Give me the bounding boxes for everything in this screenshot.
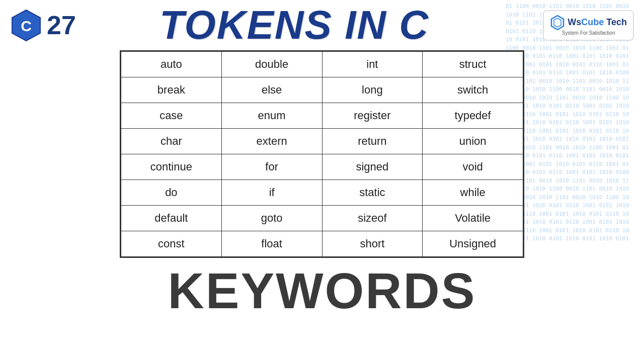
table-cell-7-2: short <box>322 231 423 257</box>
table-cell-4-3: void <box>423 154 523 180</box>
table-cell-5-2: static <box>322 180 423 206</box>
table-cell-1-1: else <box>221 77 322 103</box>
table-cell-7-3: Unsigned <box>423 231 523 257</box>
keywords-table: autodoubleintstructbreakelselongswitchca… <box>121 51 523 257</box>
table-row: caseenumregistertypedef <box>121 103 523 129</box>
main-title: TOKENS IN C <box>76 5 513 45</box>
table-cell-5-3: while <box>423 180 523 206</box>
table-cell-4-1: for <box>221 154 322 180</box>
logo-area: C 27 <box>10 9 76 42</box>
c-language-logo: C <box>10 9 43 42</box>
keywords-footer: KEYWORDS <box>168 262 476 320</box>
table-cell-0-1: double <box>221 52 322 77</box>
svg-text:C: C <box>21 18 32 34</box>
table-row: defaultgotosizeofVolatile <box>121 206 523 231</box>
table-cell-1-0: break <box>121 77 222 103</box>
table-cell-6-1: goto <box>221 206 322 231</box>
table-cell-7-0: const <box>121 231 222 257</box>
keywords-table-container: autodoubleintstructbreakelselongswitchca… <box>120 50 524 258</box>
table-cell-3-0: char <box>121 129 222 154</box>
table-cell-7-1: float <box>221 231 322 257</box>
table-row: doifstaticwhile <box>121 180 523 206</box>
main-content: C 27 TOKENS IN C WsCube Tech System For … <box>0 0 644 362</box>
table-cell-6-2: sizeof <box>322 206 423 231</box>
table-row: breakelselongswitch <box>121 77 523 103</box>
brand-name: WsCube Tech <box>568 17 627 28</box>
brand-ws: Ws <box>568 17 581 27</box>
table-cell-1-3: switch <box>423 77 523 103</box>
table-cell-4-2: signed <box>322 154 423 180</box>
lesson-number: 27 <box>47 12 76 38</box>
brand-logo-top: WsCube Tech <box>550 15 627 30</box>
table-cell-3-2: return <box>322 129 423 154</box>
brand-logo: WsCube Tech System For Satisfaction <box>543 10 634 41</box>
table-cell-2-0: case <box>121 103 222 129</box>
table-row: autodoubleintstruct <box>121 52 523 77</box>
table-cell-2-1: enum <box>221 103 322 129</box>
table-row: constfloatshortUnsigned <box>121 231 523 257</box>
table-cell-5-1: if <box>221 180 322 206</box>
svg-marker-3 <box>554 18 561 27</box>
table-cell-3-1: extern <box>221 129 322 154</box>
table-row: charexternreturnunion <box>121 129 523 154</box>
table-row: continueforsignedvoid <box>121 154 523 180</box>
table-cell-2-3: typedef <box>423 103 523 129</box>
table-cell-1-2: long <box>322 77 423 103</box>
table-cell-6-3: Volatile <box>423 206 523 231</box>
table-cell-3-3: union <box>423 129 523 154</box>
brand-cube: Cube <box>581 17 604 27</box>
table-cell-0-2: int <box>322 52 423 77</box>
brand-tech: Tech <box>604 17 627 27</box>
table-cell-2-2: register <box>322 103 423 129</box>
brand-tagline: System For Satisfaction <box>562 30 615 36</box>
table-cell-5-0: do <box>121 180 222 206</box>
brand-hex-icon <box>550 15 565 30</box>
title-area: TOKENS IN C <box>76 5 543 45</box>
table-cell-0-3: struct <box>423 52 523 77</box>
header: C 27 TOKENS IN C WsCube Tech System For … <box>0 0 644 48</box>
table-cell-0-0: auto <box>121 52 222 77</box>
table-cell-6-0: default <box>121 206 222 231</box>
table-cell-4-0: continue <box>121 154 222 180</box>
